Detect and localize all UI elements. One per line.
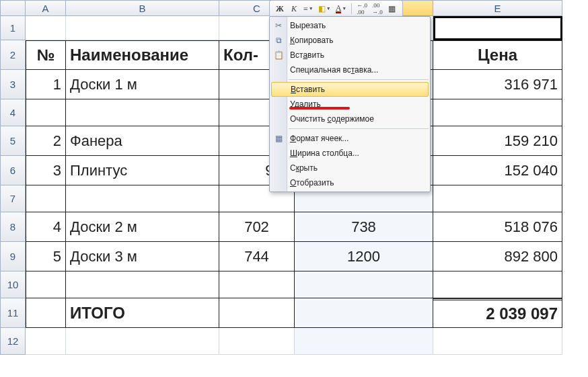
cell-c10[interactable] bbox=[219, 271, 295, 298]
header-price[interactable]: Цена bbox=[433, 40, 562, 70]
menu-paste[interactable]: 📋 Вставить bbox=[270, 48, 430, 62]
cell-a1[interactable] bbox=[26, 16, 66, 40]
row-head-11[interactable]: 11 bbox=[0, 298, 26, 328]
cell-a4[interactable] bbox=[26, 99, 66, 126]
cell-d9[interactable]: 1200 bbox=[295, 242, 433, 271]
header-num[interactable]: № bbox=[26, 40, 66, 70]
align-button[interactable]: ≡▼ bbox=[302, 3, 315, 15]
cell-b6[interactable]: Плинтус bbox=[66, 156, 219, 185]
cell-c12[interactable] bbox=[219, 328, 295, 355]
cell-a9[interactable]: 5 bbox=[26, 242, 66, 271]
menu-label: Вставить bbox=[291, 85, 325, 94]
increase-decimal-icon: ←.0.00 bbox=[357, 2, 367, 15]
cell-a6[interactable]: 3 bbox=[26, 156, 66, 185]
row-head-2[interactable]: 2 bbox=[0, 40, 26, 70]
cell-b9[interactable]: Доски 3 м bbox=[66, 242, 219, 271]
menu-paste-special[interactable]: Специальная вставка... bbox=[270, 62, 430, 77]
row-head-4[interactable]: 4 bbox=[0, 99, 26, 126]
menu-label: Специальная вставка... bbox=[290, 65, 378, 75]
row-head-8[interactable]: 8 bbox=[0, 212, 26, 242]
menu-label: Ширина столбца... bbox=[290, 149, 359, 158]
cell-e3[interactable]: 316 971 bbox=[433, 70, 562, 99]
menu-separator bbox=[289, 128, 429, 129]
cell-a3[interactable]: 1 bbox=[26, 70, 66, 99]
menu-format-cells[interactable]: ▦ Формат ячеек... bbox=[270, 131, 430, 146]
cell-b12[interactable] bbox=[66, 328, 219, 355]
row-head-9[interactable]: 9 bbox=[0, 242, 26, 271]
cell-e10[interactable] bbox=[433, 271, 562, 298]
row-head-5[interactable]: 5 bbox=[0, 126, 26, 156]
italic-button[interactable]: К bbox=[288, 3, 300, 15]
separator-icon bbox=[351, 3, 352, 14]
cell-e4[interactable] bbox=[433, 99, 562, 126]
row-head-12[interactable]: 12 bbox=[0, 328, 26, 355]
table-icon: ▦ bbox=[272, 132, 285, 144]
col-head-e[interactable]: E bbox=[433, 0, 562, 16]
font-color-button[interactable]: А▼ bbox=[334, 3, 348, 15]
cell-a10[interactable] bbox=[26, 271, 66, 298]
cell-b7[interactable] bbox=[66, 185, 219, 212]
menu-label: Вырезать bbox=[290, 21, 326, 30]
cell-b3[interactable]: Доски 1 м bbox=[66, 70, 219, 99]
cell-b5[interactable]: Фанера bbox=[66, 126, 219, 156]
cell-e9[interactable]: 892 800 bbox=[433, 242, 562, 271]
cell-e11[interactable]: 2 039 097 bbox=[433, 298, 562, 328]
menu-label: Очистить содержимое bbox=[290, 114, 374, 124]
copy-icon: ⧉ bbox=[272, 34, 285, 46]
cell-a8[interactable]: 4 bbox=[26, 212, 66, 242]
chevron-down-icon: ▼ bbox=[326, 6, 331, 11]
fill-color-button[interactable]: ◧▼ bbox=[317, 3, 332, 15]
cell-c11[interactable] bbox=[219, 298, 295, 328]
col-head-a[interactable]: A bbox=[26, 0, 66, 16]
menu-label: Вставить bbox=[290, 50, 324, 60]
decrease-decimal-button[interactable]: .00→.0 bbox=[371, 3, 384, 15]
row-head-10[interactable]: 10 bbox=[0, 271, 26, 298]
cell-b4[interactable] bbox=[66, 99, 219, 126]
cell-d12[interactable] bbox=[295, 328, 433, 355]
cell-b1[interactable] bbox=[66, 16, 219, 40]
cell-c9[interactable]: 744 bbox=[219, 242, 295, 271]
row-head-7[interactable]: 7 bbox=[0, 185, 26, 212]
menu-cut[interactable]: ✂ Вырезать bbox=[270, 18, 430, 33]
cell-e7[interactable] bbox=[433, 185, 562, 212]
italic-icon: К bbox=[291, 4, 297, 14]
header-name[interactable]: Наименование bbox=[66, 40, 219, 70]
cell-a11[interactable] bbox=[26, 298, 66, 328]
row-head-6[interactable]: 6 bbox=[0, 156, 26, 185]
cell-styles-button[interactable]: ▦ bbox=[386, 3, 398, 15]
cell-d10[interactable] bbox=[295, 271, 433, 298]
cell-a12[interactable] bbox=[26, 328, 66, 355]
cell-a7[interactable] bbox=[26, 185, 66, 212]
menu-copy[interactable]: ⧉ Копировать bbox=[270, 33, 430, 48]
cell-e5[interactable]: 159 210 bbox=[433, 126, 562, 156]
cell-a5[interactable]: 2 bbox=[26, 126, 66, 156]
menu-column-width[interactable]: Ширина столбца... bbox=[270, 146, 430, 161]
select-all-corner[interactable] bbox=[0, 0, 26, 16]
menu-clear[interactable]: Очистить содержимое bbox=[270, 112, 430, 126]
cell-e6[interactable]: 152 040 bbox=[433, 156, 562, 185]
font-color-icon: А bbox=[336, 5, 342, 13]
cell-e1[interactable] bbox=[433, 16, 562, 40]
cell-d8[interactable]: 738 bbox=[295, 212, 433, 242]
cell-d11[interactable] bbox=[295, 298, 433, 328]
cell-b10[interactable] bbox=[66, 271, 219, 298]
menu-separator bbox=[289, 79, 429, 80]
menu-label: Формат ячеек... bbox=[290, 134, 348, 143]
cell-e8[interactable]: 518 076 bbox=[433, 212, 562, 242]
menu-label: Скрыть bbox=[290, 163, 318, 173]
row-head-1[interactable]: 1 bbox=[0, 16, 26, 40]
menu-hide[interactable]: Скрыть bbox=[270, 161, 430, 175]
increase-decimal-button[interactable]: ←.0.00 bbox=[355, 3, 369, 15]
cell-b8[interactable]: Доски 2 м bbox=[66, 212, 219, 242]
cell-c8[interactable]: 702 bbox=[219, 212, 295, 242]
menu-unhide[interactable]: Отобразить bbox=[270, 175, 430, 190]
row-head-3[interactable]: 3 bbox=[0, 70, 26, 99]
mini-toolbar: Ж К ≡▼ ◧▼ А▼ ←.0.00 .00→.0 ▦ bbox=[269, 0, 403, 17]
col-head-b[interactable]: B bbox=[66, 0, 219, 16]
menu-label: Отобразить bbox=[290, 178, 334, 187]
cell-e12[interactable] bbox=[433, 328, 562, 355]
menu-insert[interactable]: Вставить bbox=[271, 82, 429, 97]
annotation-underline bbox=[289, 107, 350, 110]
bold-button[interactable]: Ж bbox=[274, 3, 286, 15]
cell-b11[interactable]: ИТОГО bbox=[66, 298, 219, 328]
